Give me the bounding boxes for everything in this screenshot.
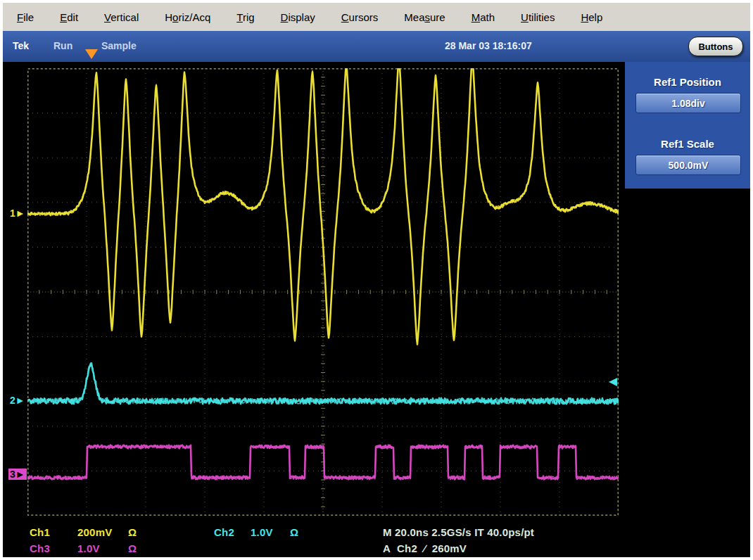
menu-bar: File Edit Vertical Horiz/Acq Trig Displa… bbox=[3, 3, 750, 31]
menu-item-utilities[interactable]: Utilities bbox=[521, 11, 555, 23]
menu-item-math[interactable]: Math bbox=[472, 11, 495, 23]
datetime-readout: 28 Mar 03 18:16:07 bbox=[445, 40, 532, 51]
trigger-mode: A bbox=[383, 542, 391, 554]
trigger-level: 260mV bbox=[432, 542, 467, 554]
status-bar: Tek Run Sample 28 Mar 03 18:16:07 Button… bbox=[3, 31, 750, 62]
ch1-scale-readout: 200mV bbox=[77, 526, 112, 538]
menu-item-trig[interactable]: Trig bbox=[236, 11, 254, 23]
ref1-scale-label: Ref1 Scale bbox=[625, 138, 750, 150]
menu-item-horiz-acq[interactable]: Horiz/Acq bbox=[165, 11, 210, 23]
ch1-reference-marker[interactable]: 1► bbox=[10, 208, 25, 218]
ref1-position-label: Ref1 Position bbox=[625, 76, 750, 88]
menu-item-file[interactable]: File bbox=[17, 11, 34, 23]
menu-item-vertical[interactable]: Vertical bbox=[104, 11, 139, 23]
side-panel: Ref1 Position 1.08div Ref1 Scale 500.0mV bbox=[625, 62, 750, 189]
trigger-readout: ACh2∕260mV bbox=[383, 542, 473, 554]
oscilloscope-screen: File Edit Vertical Horiz/Acq Trig Displa… bbox=[0, 0, 753, 560]
trigger-level-marker-icon[interactable] bbox=[609, 378, 617, 386]
trigger-position-marker-icon[interactable] bbox=[85, 49, 98, 59]
trigger-source: Ch2 bbox=[397, 542, 417, 554]
right-arrow-icon: ► bbox=[15, 395, 25, 406]
ch2-reference-marker[interactable]: 2► bbox=[10, 395, 25, 405]
acquisition-mode: Sample bbox=[101, 40, 137, 51]
menu-item-help[interactable]: Help bbox=[581, 11, 602, 23]
graticule bbox=[27, 68, 619, 516]
ref1-position-value[interactable]: 1.08div bbox=[635, 93, 741, 113]
ch2-scale-readout: 1.0V bbox=[251, 526, 273, 538]
ch2-coupling-readout: Ω bbox=[290, 526, 298, 538]
ch3-readout-label[interactable]: Ch3 bbox=[30, 542, 50, 554]
ref1-scale-value[interactable]: 500.0mV bbox=[635, 155, 741, 175]
rising-edge-icon: ∕ bbox=[424, 542, 426, 554]
menu-item-display[interactable]: Display bbox=[281, 11, 315, 23]
acquisition-state: Run bbox=[53, 40, 72, 51]
ch3-reference-marker[interactable]: 3► bbox=[8, 469, 27, 480]
ch1-readout-label[interactable]: Ch1 bbox=[30, 526, 50, 538]
ch1-coupling-readout: Ω bbox=[128, 526, 137, 538]
menu-item-cursors[interactable]: Cursors bbox=[341, 11, 379, 23]
brand-label: Tek bbox=[13, 40, 29, 51]
ch2-trace bbox=[27, 363, 619, 404]
menu-item-edit[interactable]: Edit bbox=[60, 11, 78, 23]
buttons-button[interactable]: Buttons bbox=[688, 37, 743, 56]
ch3-scale-readout: 1.0V bbox=[77, 542, 100, 554]
horizontal-readout: M 20.0ns 2.5GS/s IT 40.0ps/pt bbox=[383, 526, 534, 538]
menu-item-measure[interactable]: Measure bbox=[404, 11, 445, 23]
right-arrow-icon: ► bbox=[15, 469, 25, 480]
ch1-trace bbox=[27, 68, 619, 343]
right-arrow-icon: ► bbox=[15, 208, 25, 219]
ch2-readout-label[interactable]: Ch2 bbox=[214, 526, 234, 538]
ch3-coupling-readout: Ω bbox=[128, 542, 137, 554]
